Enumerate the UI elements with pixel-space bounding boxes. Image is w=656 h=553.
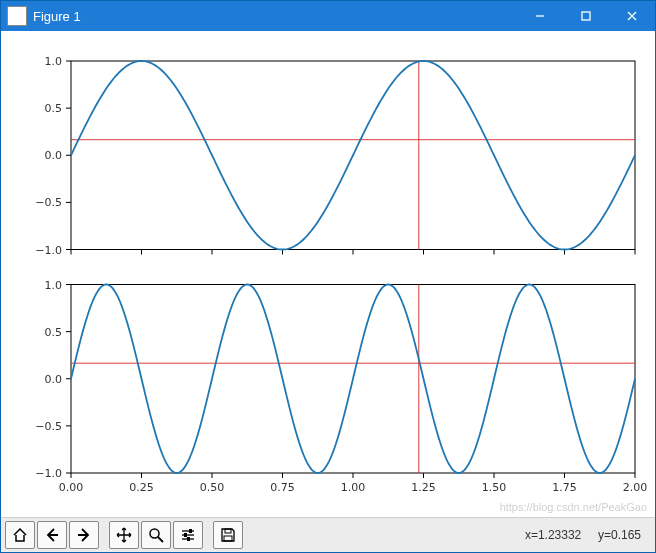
coordinate-readout: x=1.23332 y=0.165 [525,528,651,542]
plot-svg: −1.0−0.50.00.51.0−1.0−0.50.00.51.00.000.… [1,31,655,518]
svg-text:−1.0: −1.0 [35,244,62,257]
figure-window: Figure 1 −1.0−0.50.00.51.0−1.0−0.50.00.5… [0,0,656,553]
svg-line-58 [158,537,163,542]
svg-text:0.5: 0.5 [45,102,63,115]
arrow-left-icon [44,527,60,543]
svg-text:0.00: 0.00 [59,481,84,494]
svg-text:0.0: 0.0 [45,149,63,162]
back-button[interactable] [37,521,67,549]
svg-text:−0.5: −0.5 [35,420,62,433]
magnifier-icon [148,527,164,543]
svg-rect-1 [582,12,590,20]
sliders-icon [180,527,196,543]
plot-canvas[interactable]: −1.0−0.50.00.51.0−1.0−0.50.00.51.00.000.… [1,31,655,517]
svg-text:1.25: 1.25 [411,481,436,494]
floppy-icon [220,527,236,543]
svg-point-57 [150,529,159,538]
home-button[interactable] [5,521,35,549]
svg-text:0.25: 0.25 [129,481,154,494]
svg-text:0.50: 0.50 [200,481,225,494]
svg-rect-62 [184,533,187,537]
svg-text:1.50: 1.50 [482,481,507,494]
configure-button[interactable] [173,521,203,549]
svg-text:1.0: 1.0 [45,55,63,68]
svg-text:0.75: 0.75 [270,481,295,494]
toolbar-group-zoom [109,521,205,549]
save-button[interactable] [213,521,243,549]
svg-text:2.00: 2.00 [623,481,648,494]
svg-text:1.75: 1.75 [552,481,577,494]
coord-y: y=0.165 [598,528,641,542]
pan-button[interactable] [109,521,139,549]
maximize-button[interactable] [563,1,609,31]
coord-x: x=1.23332 [525,528,581,542]
window-title: Figure 1 [33,9,517,24]
svg-text:0.0: 0.0 [45,373,63,386]
app-icon [7,6,27,26]
close-button[interactable] [609,1,655,31]
svg-text:1.00: 1.00 [341,481,366,494]
svg-text:−0.5: −0.5 [35,196,62,209]
zoom-button[interactable] [141,521,171,549]
home-icon [12,527,28,543]
forward-button[interactable] [69,521,99,549]
arrow-right-icon [76,527,92,543]
navigation-toolbar: x=1.23332 y=0.165 [1,517,655,552]
svg-rect-64 [187,537,190,541]
toolbar-group-nav [5,521,101,549]
svg-rect-66 [224,536,232,541]
toolbar-group-save [213,521,245,549]
minimize-button[interactable] [517,1,563,31]
titlebar: Figure 1 [1,1,655,31]
move-icon [116,527,132,543]
svg-rect-60 [189,529,192,533]
svg-text:1.0: 1.0 [45,279,63,292]
svg-text:−1.0: −1.0 [35,467,62,480]
svg-text:0.5: 0.5 [45,326,63,339]
